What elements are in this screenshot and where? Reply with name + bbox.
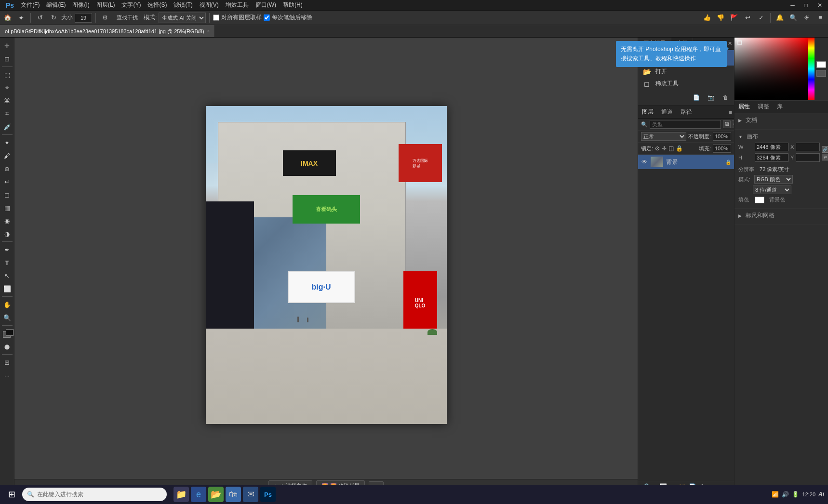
- width-input[interactable]: [755, 143, 788, 151]
- color-spectrum[interactable]: [735, 38, 808, 100]
- move-tool[interactable]: ✛: [1, 40, 13, 52]
- menu-layer[interactable]: 图层(L): [93, 0, 118, 10]
- history-item-eraser[interactable]: ◻ 稀疏工具: [638, 78, 734, 90]
- blend-mode-select[interactable]: 正常: [641, 132, 686, 141]
- quick-select-tool[interactable]: ⌘: [1, 94, 13, 107]
- link-wh-button[interactable]: 🔗: [822, 146, 828, 153]
- layer-visibility-icon[interactable]: 👁: [641, 159, 648, 165]
- network-icon[interactable]: 📶: [772, 491, 779, 498]
- menu-view[interactable]: 视图(V): [197, 0, 222, 10]
- taskbar-search-box[interactable]: 🔍 在此键入进行搜索: [22, 488, 167, 501]
- undo-button[interactable]: ↺: [34, 12, 46, 24]
- healing-tool-button[interactable]: ✦: [15, 12, 27, 24]
- clone-tool[interactable]: ⊕: [1, 162, 13, 175]
- delete-state-button[interactable]: 🗑: [720, 92, 731, 103]
- taskbar-app-explorer[interactable]: 📂: [208, 487, 224, 502]
- filter-pixel-icon[interactable]: 🖼: [723, 120, 731, 128]
- lock-pixel-icon[interactable]: ⊘: [655, 145, 660, 152]
- swap-wh-button[interactable]: ⇄: [822, 154, 828, 160]
- menu2-button[interactable]: ≡: [815, 12, 826, 24]
- adjustments-tab[interactable]: 调整: [754, 101, 773, 113]
- healing-tool[interactable]: ✦: [1, 136, 13, 149]
- color-mode-select[interactable]: RGB 颜色: [754, 175, 793, 184]
- type-tool[interactable]: T: [1, 256, 13, 269]
- volume-icon[interactable]: 🔊: [782, 491, 789, 498]
- blur-tool[interactable]: ◉: [1, 214, 13, 227]
- foreground-background-color[interactable]: [1, 327, 13, 340]
- taskbar-app-ps[interactable]: Ps: [260, 487, 276, 502]
- menu-help[interactable]: 帮助(H): [280, 0, 306, 10]
- lock-all-icon[interactable]: 🔒: [676, 145, 683, 152]
- crop-tool[interactable]: ⌗: [1, 107, 13, 120]
- undo2-button[interactable]: ↩: [742, 12, 753, 24]
- zoom-tool[interactable]: 🔍: [1, 311, 13, 324]
- foreground-color-swatch[interactable]: [816, 61, 826, 68]
- fill-color-swatch[interactable]: [755, 197, 764, 203]
- menu-select[interactable]: 选择(S): [145, 0, 170, 10]
- battery-icon[interactable]: 🔋: [792, 491, 799, 498]
- each-stroke-checkbox[interactable]: [264, 14, 270, 21]
- quick-mask-tool[interactable]: ⬤: [1, 340, 13, 353]
- thumbs-down-button[interactable]: 👎: [715, 12, 726, 24]
- flag-button[interactable]: 🚩: [728, 12, 740, 24]
- size-input[interactable]: [75, 13, 92, 23]
- extras-button[interactable]: ···: [1, 369, 13, 382]
- y-input[interactable]: [796, 153, 820, 162]
- menu-plugins[interactable]: 增效工具: [223, 0, 252, 10]
- history-item-open-action[interactable]: 📂 打开: [638, 66, 734, 78]
- bell-button[interactable]: 🔔: [774, 12, 786, 24]
- check-button[interactable]: ✓: [755, 12, 767, 24]
- layers-panel-menu[interactable]: ≡: [729, 109, 732, 115]
- height-input[interactable]: [755, 153, 788, 162]
- taskbar-app-store[interactable]: 🛍: [226, 487, 241, 502]
- lasso-tool[interactable]: ⌖: [1, 81, 13, 94]
- taskbar-app-mail[interactable]: ✉: [243, 487, 258, 502]
- maximize-icon[interactable]: □: [801, 1, 811, 10]
- document-section-title[interactable]: ▶ 文档: [738, 116, 824, 124]
- gradient-tool[interactable]: ▦: [1, 201, 13, 214]
- find-distraction-button[interactable]: 查找干扰: [113, 12, 142, 24]
- redo-button[interactable]: ↻: [48, 12, 59, 24]
- marquee-tool[interactable]: ⬚: [1, 68, 13, 81]
- artboard-tool[interactable]: ⊡: [1, 53, 13, 65]
- new-snapshot-button[interactable]: 📄: [691, 92, 702, 103]
- screen-mode-button[interactable]: ⊞: [1, 356, 13, 369]
- close-icon[interactable]: ✕: [815, 1, 825, 10]
- eraser-tool[interactable]: ◻: [1, 188, 13, 201]
- layer-item-background[interactable]: 👁 背景 🔒: [638, 155, 734, 169]
- taskbar-app-files[interactable]: 📁: [174, 487, 189, 502]
- layers-tab[interactable]: 图层: [638, 106, 657, 118]
- layers-search-input[interactable]: [650, 120, 721, 129]
- menu-type[interactable]: 文字(Y): [119, 0, 144, 10]
- channels-tab[interactable]: 通道: [657, 106, 677, 118]
- thumbs-up-button[interactable]: 👍: [701, 12, 713, 24]
- dodge-tool[interactable]: ◑: [1, 227, 13, 240]
- opacity-input[interactable]: [713, 132, 731, 141]
- brush-tool[interactable]: 🖌: [1, 149, 13, 162]
- start-button[interactable]: ⊞: [4, 487, 19, 502]
- canvas-section-title[interactable]: ▼ 画布: [738, 133, 824, 141]
- menu-file[interactable]: 文件(F): [18, 0, 42, 10]
- lock-move-icon[interactable]: ✛: [662, 145, 667, 152]
- tab-close-button[interactable]: ×: [207, 28, 210, 34]
- home-button[interactable]: 🏠: [2, 12, 13, 24]
- menu-window[interactable]: 窗口(W): [253, 0, 279, 10]
- x-input[interactable]: [796, 143, 820, 151]
- path-select-tool[interactable]: ↖: [1, 269, 13, 282]
- brush-settings-button[interactable]: ⚙: [99, 12, 111, 24]
- hand-tool[interactable]: ✋: [1, 298, 13, 311]
- properties-tab[interactable]: 属性: [735, 101, 754, 113]
- color-hue-bar[interactable]: [808, 38, 815, 100]
- menu-edit[interactable]: 编辑(E): [43, 0, 68, 10]
- rulers-section-title[interactable]: ▶ 标尺和网格: [738, 212, 824, 220]
- adjust-button[interactable]: ☀: [801, 12, 813, 24]
- minimize-icon[interactable]: ─: [788, 1, 798, 10]
- history-panel-close[interactable]: ✕: [728, 40, 732, 47]
- menu-image[interactable]: 图像(I): [69, 0, 92, 10]
- search-button[interactable]: 🔍: [788, 12, 799, 24]
- libraries-tab[interactable]: 库: [773, 101, 787, 113]
- paths-tab[interactable]: 路径: [677, 106, 696, 118]
- new-document-button[interactable]: 📷: [705, 92, 717, 103]
- fill-input[interactable]: [713, 144, 731, 153]
- history-brush-tool[interactable]: ↩: [1, 175, 13, 188]
